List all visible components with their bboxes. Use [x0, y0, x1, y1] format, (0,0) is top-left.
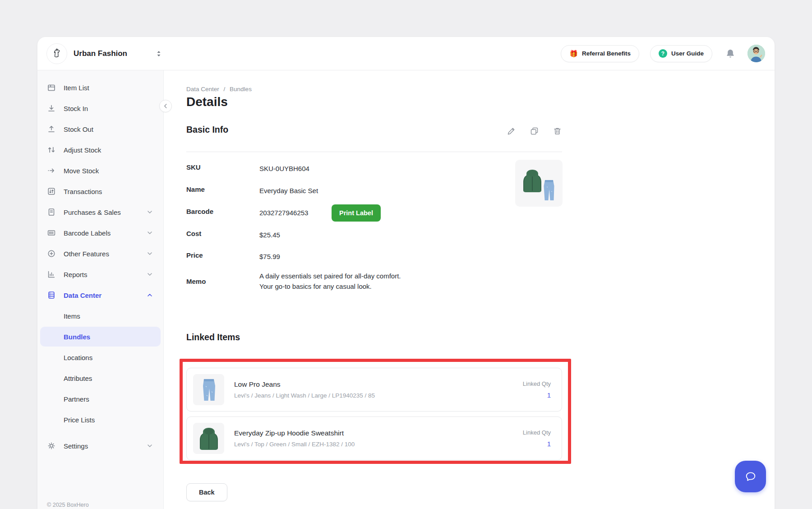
tshirt-icon: [51, 47, 63, 60]
sidebar-item-settings[interactable]: Settings: [37, 435, 163, 456]
bundle-image: [515, 160, 563, 207]
app-window: Urban Fashion 🎁 Referral Benefits ? User…: [37, 37, 775, 509]
workspace-logo[interactable]: [46, 43, 67, 64]
chat-bubble-icon: [743, 469, 758, 484]
delete-button[interactable]: [553, 126, 562, 136]
field-sku: SKU SKU-0UYBH604: [186, 163, 466, 174]
sidebar-item-reports[interactable]: Reports: [37, 264, 163, 285]
arrow-down-tray-icon: [47, 104, 56, 113]
gift-icon: 🎁: [569, 50, 578, 57]
field-cost: Cost $25.45: [186, 230, 466, 240]
chevron-down-icon: [146, 271, 153, 278]
linked-item-row-jeans[interactable]: Low Pro Jeans Levi's / Jeans / Light Was…: [186, 368, 562, 412]
referral-benefits-label: Referral Benefits: [582, 50, 631, 57]
user-guide-button[interactable]: ? User Guide: [650, 45, 712, 62]
linked-item-attributes: Levi's / Top / Green / Small / EZH-1382 …: [234, 441, 355, 448]
linked-qty-label: Linked Qty: [523, 380, 551, 387]
sidebar-item-items[interactable]: Items: [37, 305, 163, 326]
linked-item-attributes: Levi's / Jeans / Light Wash / Large / LP…: [234, 392, 375, 399]
memo-line-1: A daily essentials set paired for all-da…: [259, 271, 401, 281]
top-header: Urban Fashion 🎁 Referral Benefits ? User…: [37, 37, 775, 70]
sidebar-item-attributes[interactable]: Attributes: [37, 368, 163, 389]
sidebar-item-bundles[interactable]: Bundles: [40, 327, 161, 347]
workspace-switcher-icon[interactable]: [155, 50, 162, 58]
sidebar-item-purchases-sales[interactable]: Purchases & Sales: [37, 202, 163, 222]
jeans-graphic: [544, 180, 554, 200]
breadcrumb-separator: /: [224, 86, 226, 93]
breadcrumb: Data Center / Bundles: [186, 86, 254, 93]
workspace-name: Urban Fashion: [74, 49, 127, 58]
basic-info-title: Basic Info: [186, 125, 228, 135]
linked-qty-value: 1: [523, 440, 551, 448]
duplicate-button[interactable]: [530, 126, 539, 136]
linked-qty-value: 1: [523, 391, 551, 399]
linked-qty-label: Linked Qty: [523, 429, 551, 436]
linked-item-name: Low Pro Jeans: [234, 380, 375, 389]
sidebar-item-item-list[interactable]: Item List: [37, 77, 163, 98]
product-thumbnail-hoodie: [193, 423, 224, 454]
field-memo: Memo A daily essentials set paired for a…: [186, 271, 466, 292]
breadcrumb-current: Bundles: [230, 86, 252, 93]
gear-icon: [47, 441, 56, 450]
plus-circle-icon: [47, 249, 56, 258]
hoodie-graphic: [523, 170, 541, 192]
chevron-up-icon: [146, 292, 153, 299]
sidebar-item-transactions[interactable]: Transactions: [37, 181, 163, 202]
chevron-down-icon: [146, 208, 153, 216]
chevron-down-icon: [146, 229, 153, 236]
main-content: Data Center / Bundles Details Basic Info: [164, 70, 775, 509]
chevron-down-icon: [146, 250, 153, 257]
linked-item-row-hoodie[interactable]: Everyday Zip-up Hoodie Sweatshirt Levi's…: [186, 416, 562, 460]
field-barcode: Barcode 2032727946253: [186, 208, 466, 218]
sidebar-item-partners[interactable]: Partners: [37, 389, 163, 409]
avatar[interactable]: [747, 45, 765, 62]
sidebar-item-price-lists[interactable]: Price Lists: [37, 409, 163, 430]
barcode-icon: [47, 228, 56, 237]
sidebar-item-other-features[interactable]: Other Features: [37, 243, 163, 264]
referral-benefits-button[interactable]: 🎁 Referral Benefits: [561, 45, 639, 62]
page-title: Details: [186, 95, 228, 109]
box-icon: [47, 83, 56, 92]
document-icon: [47, 208, 56, 217]
sidebar-item-barcode-labels[interactable]: Barcode Labels: [37, 222, 163, 243]
sidebar-item-data-center[interactable]: Data Center: [37, 285, 163, 305]
sidebar: Item List Stock In Stock Out: [37, 70, 164, 509]
print-label-button[interactable]: Print Label: [332, 204, 381, 222]
basic-info-actions: [507, 126, 562, 136]
product-thumbnail-jeans: [193, 374, 224, 405]
memo-line-2: Your go-to basics for any casual look.: [259, 281, 401, 292]
linked-items-title: Linked Items: [186, 332, 240, 342]
bar-chart-icon: [47, 270, 56, 279]
arrows-up-down-icon: [47, 145, 56, 154]
edit-button[interactable]: [507, 126, 516, 136]
breadcrumb-parent[interactable]: Data Center: [186, 86, 219, 93]
notifications-bell-icon[interactable]: [725, 48, 736, 59]
chevron-down-icon: [146, 442, 153, 449]
database-icon: [47, 291, 56, 300]
field-price: Price $75.99: [186, 251, 466, 262]
transactions-icon: [47, 187, 56, 196]
sidebar-collapse-button[interactable]: [159, 100, 172, 112]
arrow-up-tray-icon: [47, 125, 56, 134]
user-guide-label: User Guide: [671, 50, 704, 57]
field-name: Name Everyday Basic Set: [186, 185, 466, 196]
chat-support-button[interactable]: [735, 461, 766, 492]
sidebar-item-adjust-stock[interactable]: Adjust Stock: [37, 139, 163, 160]
question-icon: ?: [659, 49, 667, 58]
divider: [186, 152, 562, 152]
sidebar-item-stock-in[interactable]: Stock In: [37, 98, 163, 119]
linked-item-name: Everyday Zip-up Hoodie Sweatshirt: [234, 429, 355, 437]
copyright-text: © 2025 BoxHero: [47, 502, 89, 508]
back-button[interactable]: Back: [186, 483, 227, 501]
dashed-arrow-right-icon: [47, 166, 56, 175]
sidebar-item-stock-out[interactable]: Stock Out: [37, 119, 163, 139]
sidebar-item-move-stock[interactable]: Move Stock: [37, 160, 163, 181]
sidebar-item-locations[interactable]: Locations: [37, 347, 163, 368]
